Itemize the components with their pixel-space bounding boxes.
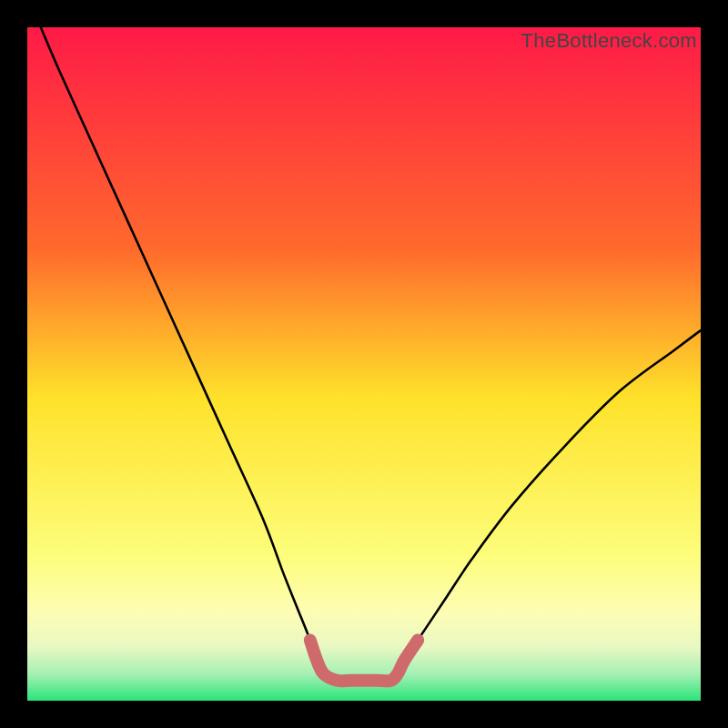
watermark-label: TheBottleneck.com <box>521 29 697 53</box>
chart-frame: TheBottleneck.com <box>0 0 728 728</box>
bottleneck-curve <box>41 27 701 681</box>
highlight-segment <box>310 640 418 681</box>
plot-svg <box>27 27 701 701</box>
plot-area <box>27 27 701 701</box>
